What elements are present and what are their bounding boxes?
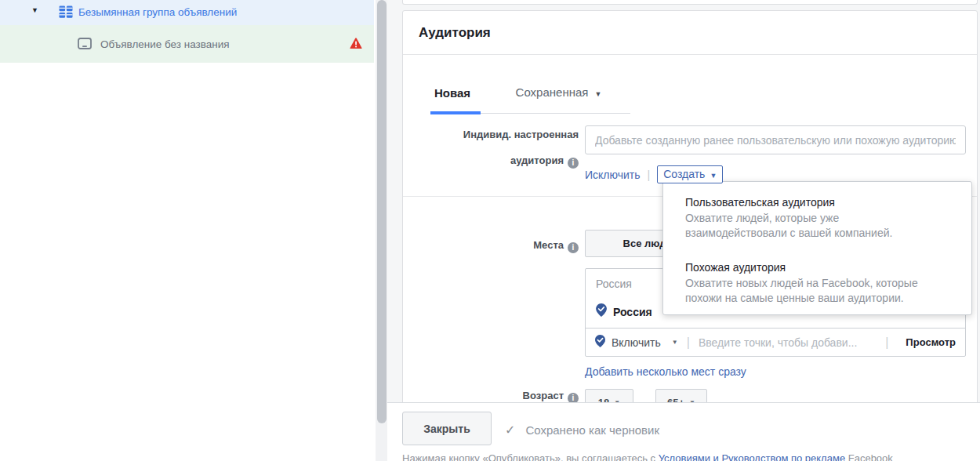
ad-display-icon	[78, 38, 92, 53]
audience-card-header: Аудитория	[403, 11, 977, 55]
selected-location-row[interactable]: Россия	[596, 303, 652, 320]
info-icon[interactable]: i	[568, 242, 579, 253]
locations-label: Местаi	[403, 231, 579, 259]
location-search-input[interactable]	[699, 336, 877, 349]
tab-saved-audience[interactable]: Сохраненная▼	[516, 85, 602, 113]
close-button[interactable]: Закрыть	[402, 412, 492, 445]
sidebar-item-adset[interactable]: ▼ Безымянная группа объявлений	[0, 0, 374, 25]
campaign-tree-sidebar: ▼ Безымянная группа объявлений Объявлени…	[0, 0, 374, 461]
editor-footer: Закрыть ✓ Сохранено как черновик Нажимая…	[387, 402, 980, 461]
collapse-arrow-icon[interactable]: ▼	[31, 6, 38, 14]
draft-status: ✓ Сохранено как черновик	[505, 423, 659, 437]
sidebar-item-ad[interactable]: Объявление без названия	[0, 25, 374, 63]
create-audience-menu: Пользовательская аудитория Охватите люде…	[662, 181, 972, 315]
separator: |	[648, 169, 651, 181]
separator: |	[687, 336, 690, 350]
info-icon[interactable]: i	[568, 158, 579, 169]
tab-new-audience[interactable]: Новая	[430, 85, 481, 114]
section-title: Аудитория	[419, 25, 491, 41]
warning-triangle-icon	[350, 38, 362, 53]
adset-name[interactable]: Безымянная группа объявлений	[78, 6, 237, 18]
draft-status-text: Сохранено как черновик	[525, 423, 659, 437]
menu-item-lookalike-audience[interactable]: Похожая аудитория Охватите новых людей н…	[685, 261, 956, 306]
caret-down-icon[interactable]: ▼	[672, 339, 678, 346]
selected-region-summary: Россия	[596, 278, 632, 290]
exclude-link[interactable]: Исключить	[585, 169, 641, 181]
audience-tabs: Новая Сохраненная▼	[434, 85, 630, 114]
check-icon: ✓	[505, 423, 515, 437]
chevron-down-icon: ▼	[594, 90, 601, 98]
selected-location-name: Россия	[613, 306, 652, 318]
custom-audience-label: Индивид. настроенная аудиторияi	[403, 122, 579, 173]
legal-disclaimer: Нажимая кнопку «Опубликовать», вы соглаш…	[402, 452, 893, 461]
vertical-scrollbar-thumb[interactable]	[377, 0, 387, 423]
adset-grid-icon	[59, 5, 73, 22]
include-mode-dropdown[interactable]: Включить	[612, 336, 661, 349]
ad-policies-link[interactable]: Условиями и Руководством по рекламе	[659, 452, 845, 461]
caret-down-icon: ▼	[710, 172, 717, 180]
map-pin-check-icon	[596, 303, 607, 320]
browse-locations-button[interactable]: Просмотр	[906, 336, 956, 348]
ad-name[interactable]: Объявление без названия	[100, 38, 230, 50]
location-include-row: Включить ▼ | | Просмотр	[586, 328, 965, 356]
custom-audience-input[interactable]	[585, 125, 966, 154]
map-pin-check-icon	[595, 335, 605, 350]
menu-item-custom-audience[interactable]: Пользовательская аудитория Охватите люде…	[685, 196, 956, 241]
separator: |	[885, 336, 888, 350]
custom-audience-actions: Исключить | Создать▼	[585, 165, 723, 183]
create-audience-dropdown-button[interactable]: Создать▼	[657, 165, 723, 183]
previous-section-card-edge	[402, 0, 978, 5]
bulk-add-locations-link[interactable]: Добавить несколько мест сразу	[585, 365, 746, 378]
